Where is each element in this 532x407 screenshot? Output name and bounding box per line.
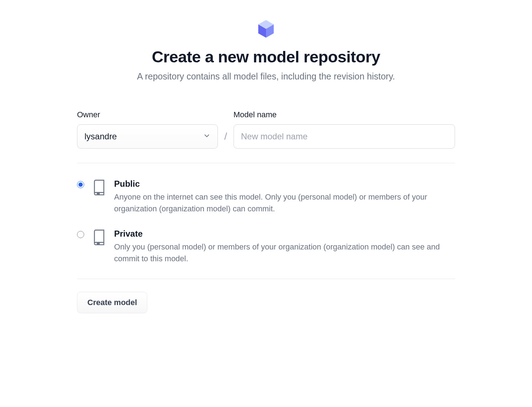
owner-select[interactable]: lysandre [77,124,218,149]
path-separator: / [224,131,227,149]
create-model-button[interactable]: Create model [77,292,147,313]
option-title: Private [114,229,455,239]
option-description: Anyone on the internet can see this mode… [114,191,455,215]
visibility-section: Public Anyone on the internet can see th… [77,163,455,279]
visibility-option-public[interactable]: Public Anyone on the internet can see th… [77,179,455,215]
model-name-label: Model name [234,110,455,119]
owner-label: Owner [77,110,218,119]
page-subtitle: A repository contains all model files, i… [77,71,455,82]
form-row: Owner lysandre / Model name [77,110,455,149]
cube-icon [255,18,277,41]
radio-public[interactable] [77,181,84,188]
option-title: Public [114,179,455,189]
model-name-input[interactable] [234,124,455,149]
page-header: Create a new model repository A reposito… [77,18,455,82]
repo-private-icon [92,230,106,247]
radio-private[interactable] [77,231,84,238]
actions-row: Create model [77,279,455,313]
visibility-option-private[interactable]: Private Only you (personal model) or mem… [77,229,455,264]
option-description: Only you (personal model) or members of … [114,241,455,264]
page-title: Create a new model repository [77,48,455,66]
repo-public-icon [92,180,106,197]
